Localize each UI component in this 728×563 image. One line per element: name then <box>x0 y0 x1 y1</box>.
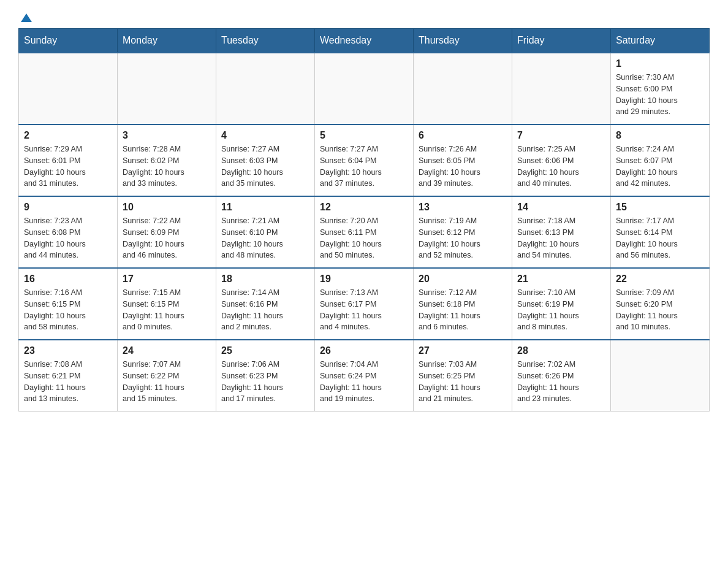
page-header <box>18 12 710 22</box>
day-number: 11 <box>221 202 309 213</box>
calendar-cell: 27Sunrise: 7:03 AMSunset: 6:25 PMDayligh… <box>414 340 512 412</box>
svg-marker-0 <box>21 13 32 22</box>
day-number: 23 <box>24 345 112 356</box>
calendar-cell: 4Sunrise: 7:27 AMSunset: 6:03 PMDaylight… <box>216 124 315 196</box>
weekday-header-monday: Monday <box>118 29 216 53</box>
calendar-cell <box>512 53 611 124</box>
calendar-cell <box>414 53 512 124</box>
day-number: 8 <box>616 130 704 141</box>
day-number: 9 <box>24 202 112 213</box>
day-number: 22 <box>616 274 704 285</box>
day-info: Sunrise: 7:21 AMSunset: 6:10 PMDaylight:… <box>221 215 309 261</box>
day-info: Sunrise: 7:23 AMSunset: 6:08 PMDaylight:… <box>24 215 112 261</box>
weekday-header-tuesday: Tuesday <box>216 29 315 53</box>
day-number: 28 <box>517 345 605 356</box>
calendar-week-row: 23Sunrise: 7:08 AMSunset: 6:21 PMDayligh… <box>19 340 710 412</box>
calendar-body: 1Sunrise: 7:30 AMSunset: 6:00 PMDaylight… <box>19 53 710 412</box>
calendar-cell: 10Sunrise: 7:22 AMSunset: 6:09 PMDayligh… <box>118 196 216 268</box>
day-info: Sunrise: 7:22 AMSunset: 6:09 PMDaylight:… <box>123 215 211 261</box>
calendar-cell: 1Sunrise: 7:30 AMSunset: 6:00 PMDaylight… <box>611 53 710 124</box>
weekday-header-wednesday: Wednesday <box>315 29 414 53</box>
day-number: 1 <box>616 58 704 69</box>
calendar-cell: 17Sunrise: 7:15 AMSunset: 6:15 PMDayligh… <box>118 268 216 340</box>
day-number: 13 <box>419 202 507 213</box>
day-number: 16 <box>24 274 112 285</box>
day-number: 5 <box>320 130 408 141</box>
day-number: 24 <box>123 345 211 356</box>
day-number: 7 <box>517 130 605 141</box>
calendar-cell: 20Sunrise: 7:12 AMSunset: 6:18 PMDayligh… <box>414 268 512 340</box>
calendar-cell: 14Sunrise: 7:18 AMSunset: 6:13 PMDayligh… <box>512 196 611 268</box>
weekday-header-saturday: Saturday <box>611 29 710 53</box>
calendar-cell: 23Sunrise: 7:08 AMSunset: 6:21 PMDayligh… <box>19 340 118 412</box>
day-number: 4 <box>221 130 309 141</box>
day-info: Sunrise: 7:28 AMSunset: 6:02 PMDaylight:… <box>123 144 211 190</box>
calendar-cell: 28Sunrise: 7:02 AMSunset: 6:26 PMDayligh… <box>512 340 611 412</box>
day-info: Sunrise: 7:06 AMSunset: 6:23 PMDaylight:… <box>221 359 309 405</box>
calendar-cell: 2Sunrise: 7:29 AMSunset: 6:01 PMDaylight… <box>19 124 118 196</box>
calendar-cell: 12Sunrise: 7:20 AMSunset: 6:11 PMDayligh… <box>315 196 414 268</box>
day-info: Sunrise: 7:14 AMSunset: 6:16 PMDaylight:… <box>221 287 309 333</box>
calendar-week-row: 2Sunrise: 7:29 AMSunset: 6:01 PMDaylight… <box>19 124 710 196</box>
day-number: 14 <box>517 202 605 213</box>
calendar-cell <box>315 53 414 124</box>
day-info: Sunrise: 7:02 AMSunset: 6:26 PMDaylight:… <box>517 359 605 405</box>
weekday-header-thursday: Thursday <box>414 29 512 53</box>
calendar-cell: 18Sunrise: 7:14 AMSunset: 6:16 PMDayligh… <box>216 268 315 340</box>
calendar-cell <box>216 53 315 124</box>
day-info: Sunrise: 7:29 AMSunset: 6:01 PMDaylight:… <box>24 144 112 190</box>
calendar-cell: 22Sunrise: 7:09 AMSunset: 6:20 PMDayligh… <box>611 268 710 340</box>
calendar-cell <box>611 340 710 412</box>
day-number: 6 <box>419 130 507 141</box>
calendar-cell: 26Sunrise: 7:04 AMSunset: 6:24 PMDayligh… <box>315 340 414 412</box>
calendar-cell: 13Sunrise: 7:19 AMSunset: 6:12 PMDayligh… <box>414 196 512 268</box>
calendar-week-row: 1Sunrise: 7:30 AMSunset: 6:00 PMDaylight… <box>19 53 710 124</box>
calendar-cell: 8Sunrise: 7:24 AMSunset: 6:07 PMDaylight… <box>611 124 710 196</box>
calendar-cell: 11Sunrise: 7:21 AMSunset: 6:10 PMDayligh… <box>216 196 315 268</box>
calendar-cell: 21Sunrise: 7:10 AMSunset: 6:19 PMDayligh… <box>512 268 611 340</box>
day-info: Sunrise: 7:07 AMSunset: 6:22 PMDaylight:… <box>123 359 211 405</box>
day-info: Sunrise: 7:13 AMSunset: 6:17 PMDaylight:… <box>320 287 408 333</box>
day-info: Sunrise: 7:27 AMSunset: 6:04 PMDaylight:… <box>320 144 408 190</box>
day-info: Sunrise: 7:08 AMSunset: 6:21 PMDaylight:… <box>24 359 112 405</box>
day-number: 25 <box>221 345 309 356</box>
calendar-cell: 25Sunrise: 7:06 AMSunset: 6:23 PMDayligh… <box>216 340 315 412</box>
calendar-cell <box>19 53 118 124</box>
weekday-header-sunday: Sunday <box>19 29 118 53</box>
day-number: 18 <box>221 274 309 285</box>
day-info: Sunrise: 7:04 AMSunset: 6:24 PMDaylight:… <box>320 359 408 405</box>
day-number: 2 <box>24 130 112 141</box>
calendar-table: SundayMondayTuesdayWednesdayThursdayFrid… <box>18 28 710 412</box>
calendar-week-row: 16Sunrise: 7:16 AMSunset: 6:15 PMDayligh… <box>19 268 710 340</box>
day-number: 10 <box>123 202 211 213</box>
day-number: 20 <box>419 274 507 285</box>
day-info: Sunrise: 7:27 AMSunset: 6:03 PMDaylight:… <box>221 144 309 190</box>
day-info: Sunrise: 7:09 AMSunset: 6:20 PMDaylight:… <box>616 287 704 333</box>
day-number: 27 <box>419 345 507 356</box>
day-info: Sunrise: 7:03 AMSunset: 6:25 PMDaylight:… <box>419 359 507 405</box>
calendar-cell: 16Sunrise: 7:16 AMSunset: 6:15 PMDayligh… <box>19 268 118 340</box>
weekday-header-row: SundayMondayTuesdayWednesdayThursdayFrid… <box>19 29 710 53</box>
calendar-header: SundayMondayTuesdayWednesdayThursdayFrid… <box>19 29 710 53</box>
day-info: Sunrise: 7:12 AMSunset: 6:18 PMDaylight:… <box>419 287 507 333</box>
day-info: Sunrise: 7:30 AMSunset: 6:00 PMDaylight:… <box>616 72 704 118</box>
day-info: Sunrise: 7:26 AMSunset: 6:05 PMDaylight:… <box>419 144 507 190</box>
day-info: Sunrise: 7:17 AMSunset: 6:14 PMDaylight:… <box>616 215 704 261</box>
calendar-cell: 5Sunrise: 7:27 AMSunset: 6:04 PMDaylight… <box>315 124 414 196</box>
day-info: Sunrise: 7:15 AMSunset: 6:15 PMDaylight:… <box>123 287 211 333</box>
day-number: 19 <box>320 274 408 285</box>
day-number: 21 <box>517 274 605 285</box>
day-info: Sunrise: 7:24 AMSunset: 6:07 PMDaylight:… <box>616 144 704 190</box>
calendar-cell <box>118 53 216 124</box>
day-number: 15 <box>616 202 704 213</box>
calendar-week-row: 9Sunrise: 7:23 AMSunset: 6:08 PMDaylight… <box>19 196 710 268</box>
calendar-cell: 9Sunrise: 7:23 AMSunset: 6:08 PMDaylight… <box>19 196 118 268</box>
calendar-cell: 7Sunrise: 7:25 AMSunset: 6:06 PMDaylight… <box>512 124 611 196</box>
calendar-cell: 3Sunrise: 7:28 AMSunset: 6:02 PMDaylight… <box>118 124 216 196</box>
calendar-cell: 19Sunrise: 7:13 AMSunset: 6:17 PMDayligh… <box>315 268 414 340</box>
day-number: 3 <box>123 130 211 141</box>
calendar-cell: 15Sunrise: 7:17 AMSunset: 6:14 PMDayligh… <box>611 196 710 268</box>
calendar-cell: 6Sunrise: 7:26 AMSunset: 6:05 PMDaylight… <box>414 124 512 196</box>
day-info: Sunrise: 7:25 AMSunset: 6:06 PMDaylight:… <box>517 144 605 190</box>
day-number: 26 <box>320 345 408 356</box>
